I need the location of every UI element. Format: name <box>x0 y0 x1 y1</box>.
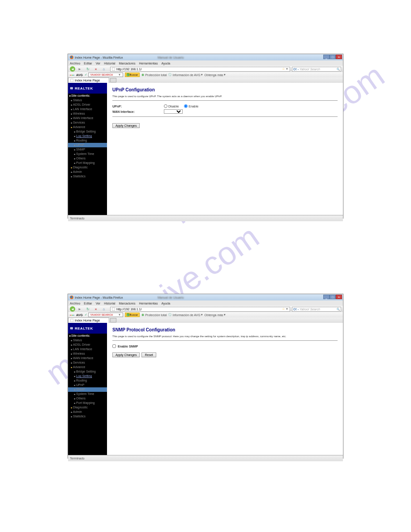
nav-statistics[interactable]: Statistics <box>68 174 107 179</box>
nav-systime[interactable]: System Time <box>68 392 107 396</box>
maximize-button[interactable]: □ <box>330 295 336 299</box>
forward-button[interactable]: ► <box>76 306 83 312</box>
nav-log[interactable]: Log Setting <box>68 134 107 138</box>
nav-status[interactable]: Status <box>68 98 107 103</box>
info-avg-link[interactable]: ⓘInformación de AVG▾ <box>168 313 202 317</box>
apply-button[interactable]: Apply Changes <box>112 352 140 357</box>
avg-logo: ▪▪▪▪ <box>70 313 74 317</box>
nav-diagnostic[interactable]: Diagnostic <box>68 405 107 410</box>
wan-select[interactable] <box>164 109 183 114</box>
menu-ayuda[interactable]: Ayuda <box>161 62 170 65</box>
nav-wireless[interactable]: Wireless <box>68 112 107 116</box>
new-tab-button[interactable] <box>110 318 116 322</box>
url-bar[interactable]: http://192.168.1.1/ ☆ ▼ <box>110 307 290 312</box>
nav-routing[interactable]: Routing <box>68 138 107 143</box>
nav-adsl[interactable]: ADSL Driver <box>68 343 107 347</box>
url-dropdown-icon[interactable]: ▼ <box>286 308 288 310</box>
nav-wan[interactable]: WAN Interface <box>68 356 107 360</box>
nav-upnp[interactable]: UPnP <box>68 143 107 147</box>
stop-button[interactable]: × <box>92 306 99 312</box>
nav-adsl[interactable]: ADSL Driver <box>68 103 107 107</box>
search-icon[interactable]: 🔍 <box>337 68 340 71</box>
yahoo-search-box[interactable]: YAHOO! SEARCH ▼ <box>88 313 123 317</box>
search-icon[interactable]: 🔍 <box>337 308 340 311</box>
close-button[interactable]: × <box>336 55 342 59</box>
avg-label: AVG <box>76 73 83 77</box>
forward-button[interactable]: ► <box>76 66 83 72</box>
bookmark-star-icon[interactable]: ☆ <box>282 67 285 71</box>
apply-button[interactable]: Apply Changes <box>112 123 140 128</box>
nav-status[interactable]: Status <box>68 338 107 343</box>
menu-archivo[interactable]: Archivo <box>70 302 80 305</box>
nav-routing[interactable]: Routing <box>68 378 107 383</box>
obtenga-link[interactable]: Obtenga más▾ <box>205 73 226 77</box>
maximize-button[interactable]: □ <box>330 55 336 59</box>
buscar-button[interactable]: +Buscar <box>125 313 140 317</box>
menu-editar[interactable]: Editar <box>84 302 92 305</box>
back-button[interactable]: ◄ <box>70 66 75 72</box>
menu-ver[interactable]: Ver <box>96 62 101 65</box>
reload-button[interactable]: ↻ <box>84 306 91 312</box>
menu-editar[interactable]: Editar <box>84 62 92 65</box>
radio-enable[interactable]: Enable <box>184 104 198 108</box>
nav-statistics[interactable]: Statistics <box>68 414 107 419</box>
menu-marcadores[interactable]: Marcadores <box>119 62 135 65</box>
minimize-button[interactable]: _ <box>323 295 330 299</box>
nav-others[interactable]: Others <box>68 396 107 401</box>
search-box[interactable]: O! - Yahoo! Search 🔍 <box>292 67 341 72</box>
window-title: Index Home Page - Mozilla Firefox <box>75 296 123 299</box>
menu-marcadores[interactable]: Marcadores <box>119 302 135 305</box>
nav-advance[interactable]: Advance <box>68 365 107 369</box>
close-button[interactable]: × <box>336 295 342 299</box>
stop-button[interactable]: × <box>92 66 99 72</box>
bookmark-star-icon[interactable]: ☆ <box>282 307 285 311</box>
yahoo-search-box[interactable]: YAHOO! SEARCH ▼ <box>88 73 123 77</box>
nav-snmp[interactable]: SNMP <box>68 147 107 152</box>
menu-herramientas[interactable]: Herramientas <box>139 62 158 65</box>
nav-advance[interactable]: Advance <box>68 125 107 129</box>
nav-wireless[interactable]: Wireless <box>68 352 107 356</box>
radio-disable[interactable]: Disable <box>164 104 179 108</box>
nav-services[interactable]: Services <box>68 360 107 365</box>
reload-button[interactable]: ↻ <box>84 66 91 72</box>
nav-lan[interactable]: LAN Interface <box>68 107 107 112</box>
url-bar[interactable]: http://192.168.1.1/ ☆ ▼ <box>110 67 290 72</box>
info-avg-link[interactable]: ⓘInformación de AVG▾ <box>168 73 202 77</box>
menu-herramientas[interactable]: Herramientas <box>139 302 158 305</box>
nav-others[interactable]: Others <box>68 156 107 161</box>
nav-admin[interactable]: Admin <box>68 410 107 414</box>
menu-historial[interactable]: Historial <box>104 302 115 305</box>
home-button[interactable]: ⌂ <box>100 66 107 72</box>
obtenga-link[interactable]: Obtenga más▾ <box>205 313 226 317</box>
minimize-button[interactable]: _ <box>323 55 330 59</box>
nav-bridge[interactable]: Bridge Setting <box>68 129 107 134</box>
nav-log[interactable]: Log Setting <box>68 374 107 378</box>
nav-portmap[interactable]: Port Mapping <box>68 161 107 165</box>
menu-archivo[interactable]: Archivo <box>70 62 80 65</box>
reset-button[interactable]: Reset <box>141 352 156 357</box>
nav-snmp[interactable]: SNMP <box>68 387 107 392</box>
nav-diagnostic[interactable]: Diagnostic <box>68 165 107 170</box>
nav-systime[interactable]: System Time <box>68 152 107 156</box>
nav-portmap[interactable]: Port Mapping <box>68 401 107 405</box>
home-button[interactable]: ⌂ <box>100 306 107 312</box>
menu-ver[interactable]: Ver <box>96 302 101 305</box>
tab-active[interactable]: Index Home Page <box>68 317 109 323</box>
menu-ayuda[interactable]: Ayuda <box>161 302 170 305</box>
search-box[interactable]: O! - Yahoo! Search 🔍 <box>292 307 341 312</box>
nav-upnp[interactable]: UPnP <box>68 383 107 387</box>
new-tab-button[interactable] <box>110 78 116 82</box>
url-dropdown-icon[interactable]: ▼ <box>286 68 288 70</box>
nav-admin[interactable]: Admin <box>68 170 107 174</box>
buscar-button[interactable]: +Buscar <box>125 73 140 77</box>
nav-wan[interactable]: WAN Interface <box>68 116 107 120</box>
proteccion-link[interactable]: ◉Protección total <box>141 73 167 77</box>
menu-historial[interactable]: Historial <box>104 62 115 65</box>
enable-snmp-checkbox[interactable] <box>112 344 116 348</box>
back-button[interactable]: ◄ <box>70 306 75 312</box>
nav-bridge[interactable]: Bridge Setting <box>68 369 107 374</box>
proteccion-link[interactable]: ◉Protección total <box>141 313 167 317</box>
tab-active[interactable]: Index Home Page <box>68 77 109 83</box>
nav-lan[interactable]: LAN Interface <box>68 347 107 352</box>
nav-services[interactable]: Services <box>68 120 107 125</box>
